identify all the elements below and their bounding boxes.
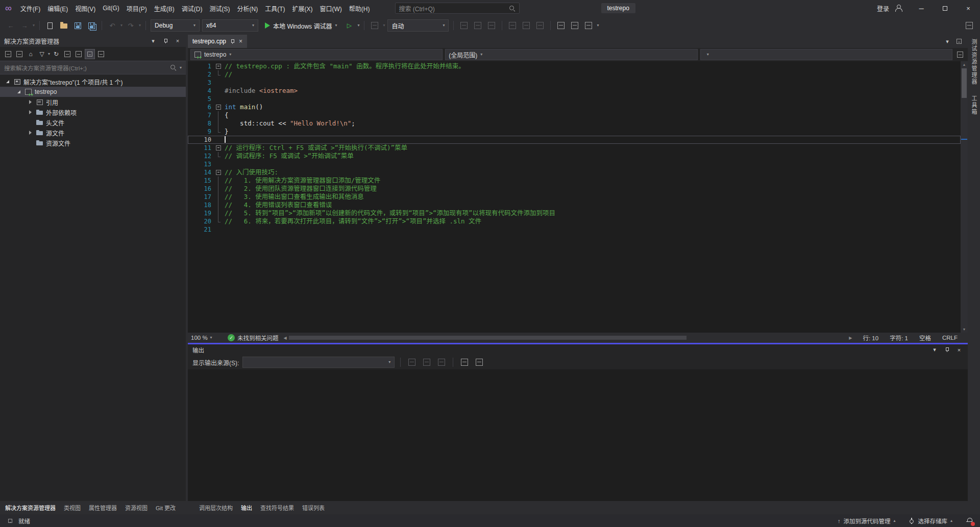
scope-select[interactable]: (全局范围) ▾	[445, 49, 697, 60]
user-account-icon[interactable]	[894, 4, 910, 13]
active-files-icon[interactable]: ▾	[943, 37, 951, 45]
code-line[interactable]: 14// 入门使用技巧:	[188, 168, 961, 177]
tree-item[interactable]: 头文件	[0, 117, 186, 128]
menu-item[interactable]: 生成(B)	[151, 3, 178, 14]
start-without-debugging-icon[interactable]: ▷	[344, 20, 355, 31]
output-source-select[interactable]: ▾	[242, 357, 395, 368]
code-line[interactable]: 18// 4. 使用错误列表窗口查看错误	[188, 201, 961, 209]
output-panel-header[interactable]: 输出 ▾ ×	[188, 344, 968, 355]
notifications-button[interactable]	[966, 517, 974, 525]
solution-platform-select[interactable]: x64 ▾	[202, 19, 258, 32]
open-file-icon[interactable]	[58, 20, 69, 31]
filter-caret-icon[interactable]: ▾	[48, 52, 50, 56]
menu-item[interactable]: 视图(V)	[71, 3, 99, 14]
tree-item[interactable]: 引用	[0, 97, 186, 107]
column-indicator[interactable]: 字符: 1	[884, 334, 914, 342]
maximize-button[interactable]	[933, 0, 957, 16]
start-debugging-button[interactable]: 本地 Windows 调试器 ▾	[261, 19, 341, 32]
editor-horizontal-scrollbar[interactable]: ◀ ▶	[284, 334, 852, 341]
health-text[interactable]: 未找到相关问题	[237, 334, 279, 342]
panel-tab[interactable]: 属性管理器	[85, 501, 121, 514]
auto-hide-tab[interactable]: 测试资源管理器	[970, 39, 978, 85]
menu-item[interactable]: Git(G)	[99, 3, 123, 13]
code-line[interactable]: 10	[188, 136, 961, 144]
chevron-down-icon[interactable]: ▾	[357, 23, 359, 28]
feedback-icon[interactable]	[964, 20, 975, 31]
search-input[interactable]: 搜索 (Ctrl+Q)	[395, 3, 520, 14]
sign-in-button[interactable]: 登录	[877, 4, 889, 13]
collapse-all-icon[interactable]	[62, 49, 72, 59]
code-line[interactable]: 7{	[188, 111, 961, 119]
scroll-up-icon[interactable]: ▲	[961, 63, 968, 66]
panel-chevron-icon[interactable]: ▾	[149, 37, 157, 45]
code-line[interactable]: 9}	[188, 128, 961, 136]
code-line[interactable]: 15// 1. 使用解决方案资源管理器窗口添加/管理文件	[188, 177, 961, 185]
code-line[interactable]: 12// 调试程序: F5 或调试 >“开始调试”菜单	[188, 152, 961, 160]
goto-message-icon[interactable]	[406, 357, 418, 368]
next-bookmark-icon[interactable]	[583, 20, 594, 31]
panel-tab[interactable]: 类视图	[60, 501, 85, 514]
word-wrap-icon[interactable]	[459, 357, 470, 368]
editor-window-options-icon[interactable]	[954, 37, 964, 46]
pin-icon[interactable]	[943, 346, 951, 354]
home-icon[interactable]: ⌂	[26, 49, 36, 59]
code-line[interactable]: 8 std::cout << "Hello World!\n";	[188, 119, 961, 128]
select-repository-button[interactable]: 选择存储库 ▴	[909, 517, 952, 525]
close-icon[interactable]: ×	[955, 346, 963, 354]
code-line[interactable]: 16// 2. 使用团队资源管理器窗口连接到源代码管理	[188, 185, 961, 193]
code-editor[interactable]: 1// testrepo.cpp : 此文件包含 "main" 函数。程序执行将…	[188, 61, 968, 333]
menu-item[interactable]: 文件(F)	[17, 3, 44, 14]
pin-icon[interactable]	[161, 37, 169, 45]
expander-icon[interactable]	[28, 99, 34, 105]
code-line[interactable]: 21	[188, 225, 961, 234]
code-line[interactable]: 20// 6. 将来，若要再次打开此项目，请转到“文件”>“打开”>“项目”并选…	[188, 217, 961, 225]
solution-configuration-select[interactable]: Debug ▾	[151, 19, 200, 32]
scroll-left-icon[interactable]: ◀	[284, 336, 287, 340]
document-tab[interactable]: testrepo.cpp ×	[188, 35, 247, 48]
break-all-icon[interactable]	[458, 20, 470, 31]
scroll-down-icon[interactable]: ▼	[961, 328, 968, 331]
tree-item[interactable]: 解决方案"testrepo"(1 个项目/共 1 个)	[0, 77, 186, 87]
save-icon[interactable]	[72, 20, 83, 31]
fold-start-icon[interactable]	[214, 103, 223, 111]
menu-item[interactable]: 编辑(E)	[44, 3, 71, 14]
step-over-icon[interactable]	[521, 20, 532, 31]
undo-caret-icon[interactable]: ▾	[120, 23, 122, 28]
expander-icon[interactable]	[16, 89, 22, 95]
menu-item[interactable]: 项目(P)	[123, 3, 151, 14]
zoom-select[interactable]: 100 % ▾	[191, 335, 223, 341]
member-select[interactable]: ▾	[700, 49, 952, 60]
editor-vertical-scrollbar[interactable]: ▲ ▼	[961, 61, 968, 333]
spaces-indicator[interactable]: 空格	[914, 334, 937, 342]
output-content[interactable]	[188, 369, 968, 501]
expander-icon[interactable]	[5, 79, 11, 85]
navbar-options-icon[interactable]	[955, 49, 965, 60]
close-icon[interactable]: ×	[174, 37, 182, 45]
navigate-forward-icon[interactable]: →	[19, 20, 30, 31]
properties-icon[interactable]	[85, 49, 95, 59]
save-all-icon[interactable]	[86, 20, 97, 31]
code-line[interactable]: 11// 运行程序: Ctrl + F5 或调试 >“开始执行(不调试)”菜单	[188, 144, 961, 152]
fold-start-icon[interactable]	[214, 62, 223, 70]
code-line[interactable]: 5	[188, 95, 961, 103]
menu-item[interactable]: 调试(D)	[178, 3, 206, 14]
navigation-history-caret-icon[interactable]: ▾	[33, 23, 35, 28]
hot-reload-caret-icon[interactable]: ▾	[383, 23, 385, 28]
menu-item[interactable]: 窗口(W)	[316, 3, 346, 14]
tree-item[interactable]: 外部依赖项	[0, 107, 186, 117]
panel-tab[interactable]: 解决方案资源管理器	[1, 501, 60, 514]
solution-search-input[interactable]: 搜索解决方案资源管理器(Ctrl+;) ▾	[0, 61, 186, 74]
code-line[interactable]: 2//	[188, 70, 961, 79]
pin-tab-icon[interactable]	[230, 39, 235, 44]
toggle-bookmark-icon[interactable]	[555, 20, 567, 31]
scroll-right-icon[interactable]: ▶	[849, 336, 852, 340]
expander-icon[interactable]	[28, 130, 34, 136]
new-project-icon[interactable]	[44, 20, 56, 31]
minimize-button[interactable]: ─	[910, 0, 933, 16]
expander-icon[interactable]	[28, 109, 34, 115]
close-button[interactable]: ×	[957, 0, 980, 16]
panel-tab[interactable]: 错误列表	[298, 501, 329, 514]
fold-start-icon[interactable]	[214, 168, 223, 177]
scrollbar-thumb[interactable]	[962, 68, 967, 98]
clear-output-icon[interactable]	[436, 357, 447, 368]
